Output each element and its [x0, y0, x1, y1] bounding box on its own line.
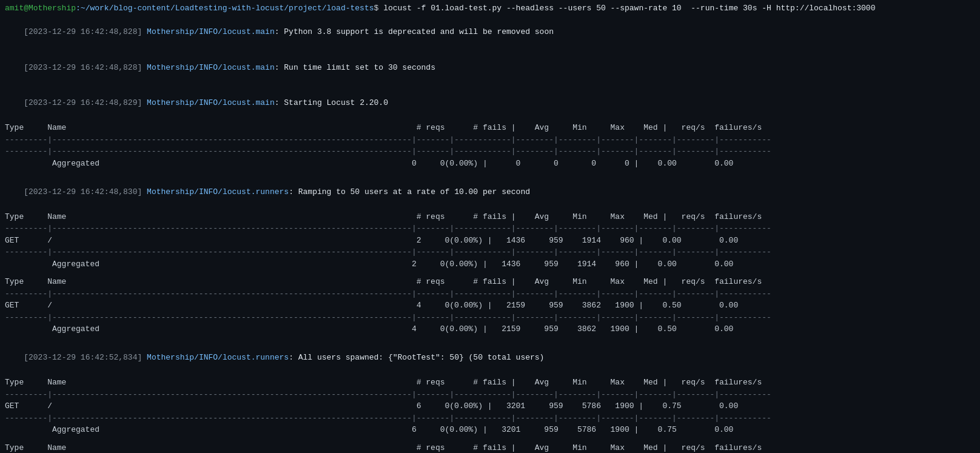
- table-header-1: Type Name # reqs # fails | Avg Min Max M…: [5, 211, 975, 223]
- log-line-3: [2023-12-29 16:42:48,829] Mothership/INF…: [5, 86, 975, 121]
- table-header-4: Type Name # reqs # fails | Avg Min Max M…: [5, 442, 975, 454]
- log-line-2: [2023-12-29 16:42:48,828] Mothership/INF…: [5, 50, 975, 86]
- ramping-log: [2023-12-29 16:42:48,830] Mothership/INF…: [5, 174, 975, 210]
- table-divider-0: ---------|------------------------------…: [5, 134, 975, 146]
- table-divider-0b: ---------|------------------------------…: [5, 146, 975, 158]
- table-section-1: Type Name # reqs # fails | Avg Min Max M…: [5, 211, 975, 270]
- aggregated-row-0: Aggregated 0 0(0.00%) | 0 0 0 0 | 0.00 0…: [5, 158, 975, 170]
- table-divider-2b: ---------|------------------------------…: [5, 312, 975, 324]
- table-header-3: Type Name # reqs # fails | Avg Min Max M…: [5, 377, 975, 389]
- prompt-dollar: $: [374, 2, 379, 15]
- table-divider-2: ---------|------------------------------…: [5, 288, 975, 300]
- log-message-1: : Python 3.8 support is deprecated and w…: [275, 27, 554, 36]
- get-row-3: GET / 6 0(0.00%) | 3201 959 5786 1900 | …: [5, 400, 975, 412]
- prompt-line: amit@Mothership:~/work/blog-content/Load…: [5, 2, 975, 15]
- table-section-4: Type Name # reqs # fails | Avg Min Max M…: [5, 442, 975, 454]
- ramping-timestamp: [2023-12-29 16:42:48,830]: [24, 187, 142, 196]
- blank-3: [5, 437, 975, 441]
- get-row-2: GET / 4 0(0.00%) | 2159 959 3862 1900 | …: [5, 300, 975, 312]
- spawned-log: [2023-12-29 16:42:52,834] Mothership/INF…: [5, 340, 975, 376]
- aggregated-row-2: Aggregated 4 0(0.00%) | 2159 959 3862 19…: [5, 323, 975, 335]
- table-divider-1: ---------|------------------------------…: [5, 223, 975, 235]
- table-section-2: Type Name # reqs # fails | Avg Min Max M…: [5, 276, 975, 335]
- terminal: amit@Mothership:~/work/blog-content/Load…: [5, 2, 975, 453]
- log-source-1: Mothership/INFO/locust.main: [147, 27, 275, 36]
- log-message-3: : Starting Locust 2.20.0: [275, 98, 388, 107]
- log-message-2: : Run time limit set to 30 seconds: [275, 63, 435, 72]
- table-divider-1b: ---------|------------------------------…: [5, 246, 975, 258]
- log-source-2: Mothership/INFO/locust.main: [147, 63, 275, 72]
- prompt-user: amit@Mothership: [5, 2, 76, 15]
- blank-1: [5, 271, 975, 275]
- ramping-source: Mothership/INFO/locust.runners: [147, 187, 289, 196]
- ramping-message: : Ramping to 50 users at a rate of 10.00…: [289, 187, 530, 196]
- get-row-1: GET / 2 0(0.00%) | 1436 959 1914 960 | 0…: [5, 235, 975, 247]
- table-divider-3: ---------|------------------------------…: [5, 389, 975, 401]
- log-timestamp-3: [2023-12-29 16:42:48,829]: [24, 98, 142, 107]
- spawned-message: : All users spawned: {"RootTest": 50} (5…: [289, 353, 544, 362]
- prompt-cmd: locust -f 01.load-test.py --headless --u…: [378, 2, 875, 15]
- prompt-path: :~/work/blog-content/Loadtesting-with-lo…: [76, 2, 374, 15]
- log-timestamp-1: [2023-12-29 16:42:48,828]: [24, 27, 142, 36]
- table-header-2: Type Name # reqs # fails | Avg Min Max M…: [5, 276, 975, 288]
- aggregated-row-3: Aggregated 6 0(0.00%) | 3201 959 5786 19…: [5, 424, 975, 436]
- log-timestamp-2: [2023-12-29 16:42:48,828]: [24, 63, 142, 72]
- table-header-0: Type Name # reqs # fails | Avg Min Max M…: [5, 122, 975, 134]
- table-divider-3b: ---------|------------------------------…: [5, 412, 975, 424]
- table-section-3: Type Name # reqs # fails | Avg Min Max M…: [5, 377, 975, 436]
- log-line-1: [2023-12-29 16:42:48,828] Mothership/INF…: [5, 15, 975, 50]
- spawned-timestamp: [2023-12-29 16:42:52,834]: [24, 353, 142, 362]
- table-section-0: Type Name # reqs # fails | Avg Min Max M…: [5, 122, 975, 169]
- aggregated-row-1: Aggregated 2 0(0.00%) | 1436 959 1914 96…: [5, 258, 975, 270]
- log-source-3: Mothership/INFO/locust.main: [147, 98, 275, 107]
- spawned-source: Mothership/INFO/locust.runners: [147, 353, 289, 362]
